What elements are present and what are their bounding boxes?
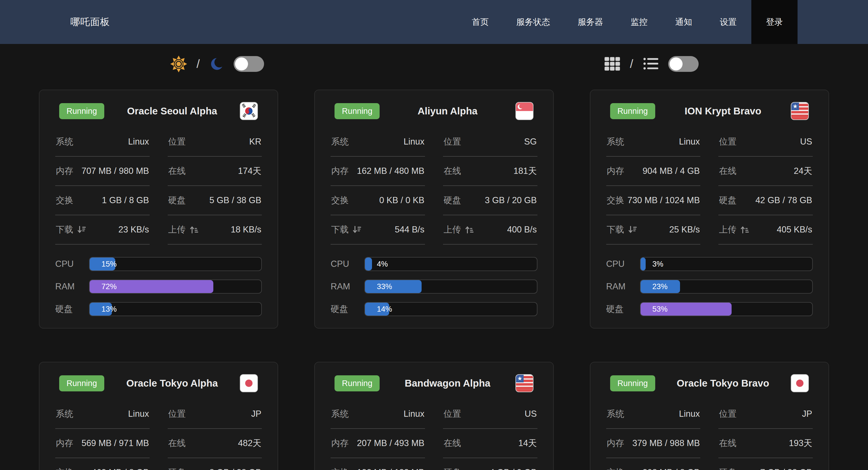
stat-cell-memory: 内存569 MB / 971 MB [55, 429, 150, 458]
stat-label: 交换 [607, 467, 624, 470]
stat-value: 5 GB / 38 GB [209, 195, 261, 206]
stat-cell-location: 位置JP [168, 400, 262, 429]
stat-label: 在线 [443, 165, 461, 177]
stat-cell-memory: 内存707 MB / 980 MB [55, 157, 150, 186]
slash-separator: / [630, 57, 633, 71]
stat-label: 硬盘 [168, 467, 186, 470]
stat-cell-uptime: 在线181天 [443, 157, 537, 186]
svg-text:★: ★ [793, 103, 798, 109]
stat-label: 硬盘 [719, 194, 736, 206]
bar-label: 硬盘 [606, 303, 640, 315]
cpu-progress-bar: 3% [640, 257, 813, 271]
stat-row: 下载25 KB/s上传405 KB/s [606, 215, 813, 245]
server-card-4[interactable]: RunningOracle Tokyo Alpha系统Linux位置JP内存56… [39, 362, 278, 470]
stat-label: 位置 [443, 136, 461, 148]
stat-value: 24天 [794, 165, 812, 177]
stat-cell-upload: 上传400 B/s [443, 215, 537, 245]
stat-label: 系统 [607, 136, 624, 148]
bar-percent: 53% [652, 305, 668, 314]
controls-row: / / [0, 55, 868, 73]
stat-label: 交换 [331, 194, 349, 206]
card-header: RunningION Krypt Bravo★ [606, 97, 813, 127]
server-card-6[interactable]: RunningOracle Tokyo Bravo系统Linux位置JP内存37… [590, 362, 829, 470]
stat-value: Linux [404, 137, 425, 147]
server-name: Oracle Tokyo Alpha [104, 378, 240, 389]
stat-cell-uptime: 在线482天 [168, 429, 262, 458]
stat-label: 内存 [56, 437, 73, 449]
stat-value: 398 MB / 8 GB [643, 467, 700, 470]
nav-item-1[interactable]: 首页 [459, 0, 502, 44]
stat-row: 交换730 MB / 1024 MB硬盘42 GB / 78 GB [606, 186, 813, 215]
stat-cell-disk: 硬盘5 GB / 38 GB [168, 186, 262, 215]
nav-item-4[interactable]: 监控 [618, 0, 660, 44]
stat-label: 系统 [607, 408, 624, 420]
stat-row: 下载544 B/s上传400 B/s [331, 215, 537, 245]
bar-row-ram: RAM72% [55, 280, 262, 293]
flag-icon-jp [791, 374, 809, 392]
stat-label: 系统 [331, 408, 349, 420]
bar-percent: 14% [377, 305, 392, 314]
stat-label: 位置 [719, 408, 736, 420]
usage-bars: CPU15%RAM72%硬盘13% [55, 245, 262, 316]
bar-row-ram: RAM23% [606, 280, 813, 293]
nav-item-2[interactable]: 服务状态 [503, 0, 563, 44]
flag-icon-us: ★ [791, 102, 809, 120]
theme-toggle-group: / [0, 55, 434, 73]
bar-percent: 15% [101, 260, 117, 269]
stat-cell-disk: 硬盘42 GB / 78 GB [718, 186, 813, 215]
slash-separator: / [196, 57, 200, 71]
stat-value: 181天 [514, 165, 537, 177]
stat-label: 内存 [607, 437, 624, 449]
bar-percent: 4% [377, 260, 388, 269]
view-switch[interactable] [668, 56, 699, 72]
server-card-2[interactable]: RunningAliyun Alpha系统Linux位置SG内存162 MB /… [314, 90, 554, 328]
theme-switch[interactable] [234, 56, 264, 72]
stat-cell-memory: 内存207 MB / 493 MB [331, 429, 425, 458]
stat-row: 交换132 MB / 132 MB硬盘4 GB / 9 GB [331, 458, 537, 470]
stat-label: 在线 [168, 437, 186, 449]
bar-percent: 23% [652, 282, 668, 291]
stat-label: 硬盘 [443, 467, 461, 470]
nav-item-3[interactable]: 服务器 [565, 0, 616, 44]
stat-value: 482天 [238, 437, 261, 449]
stat-label: 硬盘 [719, 467, 736, 470]
stat-value: 544 B/s [395, 225, 425, 235]
bar-percent: 3% [652, 260, 663, 269]
ram-progress-bar: 33% [364, 280, 537, 293]
ram-progress-bar: 72% [89, 280, 262, 293]
navbar: 哪吒面板 首页服务状态服务器监控通知设置登录 [0, 0, 868, 44]
server-card-5[interactable]: RunningBandwagon Alpha★系统Linux位置US内存207 … [314, 362, 554, 470]
stat-cell-uptime: 在线14天 [443, 429, 537, 458]
stat-cell-swap: 交换398 MB / 8 GB [606, 458, 701, 470]
stat-label: 下载 [56, 224, 86, 236]
theme-switch-knob [235, 58, 248, 70]
stat-value: 25 KB/s [669, 225, 700, 235]
stat-cell-swap: 交换0 KB / 0 KB [331, 186, 425, 215]
server-name: ION Krypt Bravo [655, 105, 791, 117]
nav-item-5[interactable]: 通知 [662, 0, 705, 44]
stat-row: 内存379 MB / 988 MB在线193天 [606, 429, 813, 458]
moon-icon [209, 56, 225, 72]
stat-value: 730 MB / 1024 MB [628, 195, 700, 206]
bar-row-disk: 硬盘13% [55, 302, 262, 316]
nav-item-7[interactable]: 登录 [751, 0, 798, 44]
stat-cell-location: 位置JP [718, 400, 813, 429]
stat-value: Linux [679, 137, 700, 147]
view-switch-knob [670, 58, 683, 70]
svg-text:★: ★ [517, 375, 522, 381]
cpu-progress-bar: 4% [364, 257, 537, 271]
disk-progress-bar: 13% [89, 302, 262, 316]
server-card-1[interactable]: RunningOracle Seoul Alpha系统Linux位置KR内存70… [39, 90, 278, 328]
stat-cell-uptime: 在线24天 [718, 157, 813, 186]
bar-percent: 33% [377, 282, 392, 291]
stat-row: 内存904 MB / 4 GB在线24天 [606, 157, 813, 186]
stat-cell-download: 下载23 KB/s [55, 215, 150, 245]
stat-cell-disk: 硬盘7 GB / 38 GB [718, 458, 813, 470]
view-toggle-group: / [434, 55, 868, 73]
stat-row: 内存707 MB / 980 MB在线174天 [55, 157, 262, 186]
nav-item-6[interactable]: 设置 [707, 0, 750, 44]
stat-value: 405 KB/s [777, 225, 812, 235]
server-card-3[interactable]: RunningION Krypt Bravo★系统Linux位置US内存904 … [590, 90, 829, 328]
bar-label: CPU [606, 259, 640, 269]
stat-cell-system: 系统Linux [606, 127, 701, 157]
